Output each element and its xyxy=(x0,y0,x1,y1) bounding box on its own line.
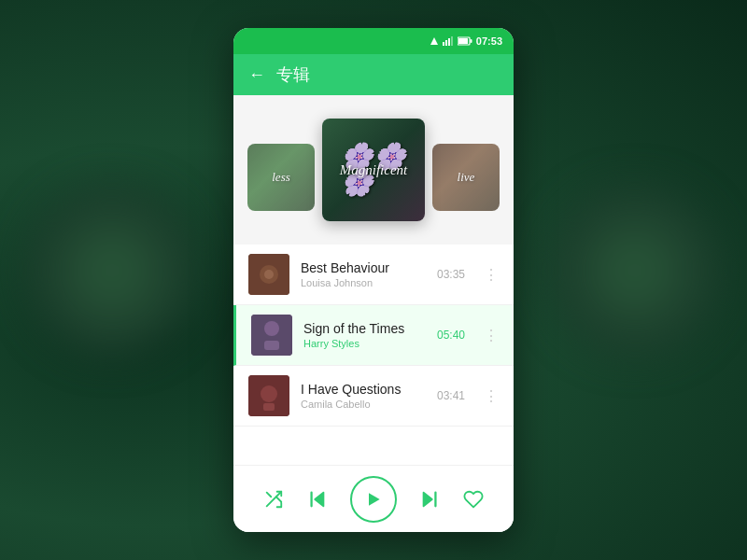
track-item-1[interactable]: Best Behaviour Louisa Johnson 03:35 ⋮ xyxy=(233,245,514,305)
svg-marker-23 xyxy=(424,492,432,506)
prev-button[interactable] xyxy=(307,489,328,510)
player-controls xyxy=(233,465,514,532)
track-item-3[interactable]: I Have Questions Camila Cabello 03:41 ⋮ xyxy=(233,366,514,427)
svg-rect-13 xyxy=(264,341,279,350)
track-art-1 xyxy=(248,254,289,295)
track-info-1: Best Behaviour Louisa Johnson xyxy=(301,260,426,288)
album-art-center: 🌸🌸🌸 Magnificent xyxy=(322,119,425,221)
header-title: 专辑 xyxy=(276,63,310,86)
svg-rect-6 xyxy=(470,39,472,43)
app-header: ← 专辑 xyxy=(233,54,514,95)
phone-container: 07:53 ← 专辑 less 🌸🌸🌸 Magnificent live xyxy=(233,28,514,532)
track-list: Best Behaviour Louisa Johnson 03:35 ⋮ Si… xyxy=(233,245,514,465)
track-thumb-1 xyxy=(248,254,289,295)
svg-marker-0 xyxy=(430,37,438,45)
track-artist-2: Harry Styles xyxy=(303,338,426,349)
track-duration-1: 03:35 xyxy=(437,268,465,281)
track-title-1: Best Behaviour xyxy=(301,260,426,275)
svg-marker-22 xyxy=(369,493,380,505)
track-title-3: I Have Questions xyxy=(301,382,426,397)
play-icon xyxy=(364,490,383,509)
track-info-3: I Have Questions Camila Cabello xyxy=(301,382,426,410)
album-card-left[interactable]: less xyxy=(247,144,315,211)
track-item-2[interactable]: Sign of the Times Harry Styles 05:40 ⋮ xyxy=(233,305,514,366)
back-button[interactable]: ← xyxy=(248,65,265,85)
svg-rect-7 xyxy=(458,38,468,44)
next-icon xyxy=(419,489,440,510)
album-card-right[interactable]: live xyxy=(432,144,500,211)
svg-line-19 xyxy=(267,492,272,497)
album-card-center[interactable]: 🌸🌸🌸 Magnificent xyxy=(322,119,425,221)
track-duration-2: 05:40 xyxy=(437,329,465,342)
next-button[interactable] xyxy=(419,489,440,510)
heart-icon xyxy=(463,489,484,510)
track-info-2: Sign of the Times Harry Styles xyxy=(303,321,426,349)
track-duration-3: 03:41 xyxy=(437,389,465,402)
shuffle-icon xyxy=(263,489,284,510)
svg-rect-1 xyxy=(443,42,444,46)
svg-rect-2 xyxy=(445,40,447,46)
album-art-right: live xyxy=(432,144,500,211)
svg-rect-3 xyxy=(448,38,450,46)
track-art-3 xyxy=(248,375,289,416)
status-icons: 07:53 xyxy=(430,35,502,47)
album-label-left: less xyxy=(272,170,290,185)
album-label-right: live xyxy=(458,170,475,185)
status-bar: 07:53 xyxy=(233,28,514,54)
track-artist-3: Camila Cabello xyxy=(301,399,426,410)
album-label-center: Magnificent xyxy=(340,162,407,178)
track-artist-1: Louisa Johnson xyxy=(301,277,426,288)
track-thumb-3 xyxy=(248,375,289,416)
play-button[interactable] xyxy=(350,476,397,523)
prev-icon xyxy=(307,489,328,510)
track-more-1[interactable]: ⋮ xyxy=(484,266,499,284)
svg-point-10 xyxy=(264,270,274,279)
svg-point-12 xyxy=(264,321,279,336)
status-time: 07:53 xyxy=(476,35,502,47)
track-art-2 xyxy=(251,315,292,356)
svg-line-18 xyxy=(276,497,282,502)
wifi-icon xyxy=(430,36,439,46)
svg-marker-20 xyxy=(315,492,323,506)
track-thumb-2 xyxy=(251,315,292,356)
track-more-2[interactable]: ⋮ xyxy=(484,327,499,344)
shuffle-button[interactable] xyxy=(263,489,284,510)
svg-rect-4 xyxy=(451,36,453,46)
favorite-button[interactable] xyxy=(463,489,484,510)
track-more-3[interactable]: ⋮ xyxy=(484,387,499,405)
svg-rect-16 xyxy=(263,403,275,411)
svg-point-15 xyxy=(261,385,277,402)
battery-icon xyxy=(458,36,472,46)
album-art-left: less xyxy=(247,144,315,211)
track-title-2: Sign of the Times xyxy=(303,321,426,336)
album-carousel: less 🌸🌸🌸 Magnificent live xyxy=(233,95,514,245)
signal-icon xyxy=(443,36,454,46)
